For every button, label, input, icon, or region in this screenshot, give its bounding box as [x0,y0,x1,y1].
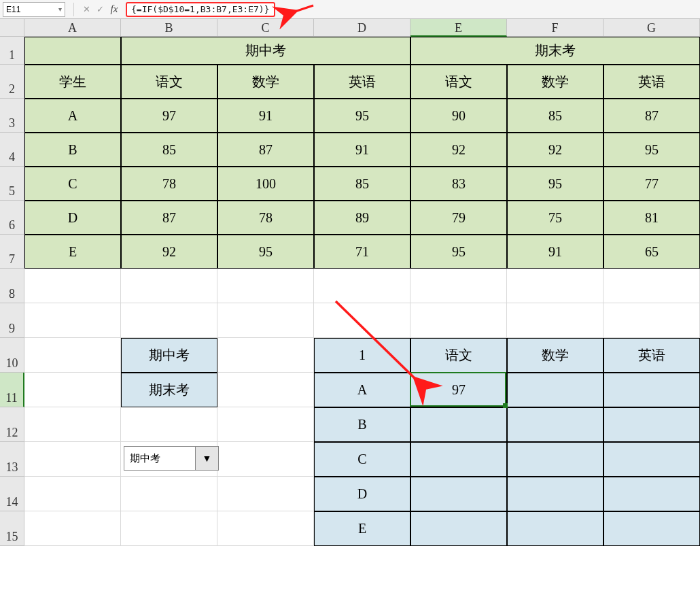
cell-E4[interactable]: 92 [410,133,507,167]
cell-D14[interactable]: D [314,477,410,511]
row-header-12[interactable]: 12 [0,407,24,442]
cell-D7[interactable]: 71 [314,235,410,269]
row-header-15[interactable]: 15 [0,511,24,546]
cell-G10[interactable]: 英语 [603,338,700,373]
cell-D15[interactable]: E [314,511,410,546]
cell-D12[interactable]: B [314,407,410,442]
cell-C13[interactable] [217,442,314,477]
cell-G4[interactable]: 95 [603,133,700,167]
cell-A3[interactable]: A [24,99,121,133]
cell-E7[interactable]: 95 [410,235,507,269]
cell-G1[interactable]: 期末考 [410,37,700,65]
row-header-14[interactable]: 14 [0,477,24,511]
cell-C7[interactable]: 95 [217,235,314,269]
cell-D6[interactable]: 89 [314,201,410,235]
cell-D1[interactable]: 期中考 [121,37,410,65]
row-header-8[interactable]: 8 [0,269,24,303]
cell-E2[interactable]: 语文 [410,65,507,99]
cell-D3[interactable]: 95 [314,99,410,133]
cell-B6[interactable]: 87 [121,201,217,235]
cell-F3[interactable]: 85 [507,99,603,133]
cell-B7[interactable]: 92 [121,235,217,269]
cell-D8[interactable] [314,269,410,303]
cell-A7[interactable]: E [24,235,121,269]
cell-E9[interactable] [410,303,507,338]
col-header-D[interactable]: D [314,19,410,37]
cell-D10[interactable]: 1 [314,338,410,373]
cell-A6[interactable]: D [24,201,121,235]
cell-C15[interactable] [217,511,314,546]
cell-D5[interactable]: 85 [314,167,410,201]
cell-A2[interactable]: 学生 [24,65,121,99]
cell-E5[interactable]: 83 [410,167,507,201]
cell-F8[interactable] [507,269,603,303]
cell-F14[interactable] [507,477,603,511]
cell-B11[interactable]: 期末考 [121,373,217,407]
col-header-E[interactable]: E [410,19,507,37]
cell-A13[interactable] [24,442,121,477]
row-header-1[interactable]: 1 [0,37,24,65]
col-header-F[interactable]: F [507,19,603,37]
row-header-2[interactable]: 2 [0,65,24,99]
cell-F10[interactable]: 数学 [507,338,603,373]
cell-E10[interactable]: 语文 [410,338,507,373]
cell-B2[interactable]: 语文 [121,65,217,99]
cell-D2[interactable]: 英语 [314,65,410,99]
cell-B3[interactable]: 97 [121,99,217,133]
cell-B12[interactable] [121,407,217,442]
cell-A1[interactable] [24,37,121,65]
col-header-A[interactable]: A [24,19,121,37]
col-header-B[interactable]: B [121,19,217,37]
cell-B9[interactable] [121,303,217,338]
cell-D13[interactable]: C [314,442,410,477]
cell-F12[interactable] [507,407,603,442]
cell-G7[interactable]: 65 [603,235,700,269]
row-header-4[interactable]: 4 [0,133,24,167]
cell-A10[interactable] [24,338,121,373]
cell-G11[interactable] [603,373,700,407]
name-box-dropdown-icon[interactable]: ▾ [58,5,62,13]
confirm-icon[interactable]: ✓ [93,4,107,14]
row-header-9[interactable]: 9 [0,303,24,338]
cell-C14[interactable] [217,477,314,511]
cell-C4[interactable]: 87 [217,133,314,167]
cell-C10[interactable] [217,338,314,373]
cell-B5[interactable]: 78 [121,167,217,201]
cell-D9[interactable] [314,303,410,338]
cell-F4[interactable]: 92 [507,133,603,167]
row-header-3[interactable]: 3 [0,99,24,133]
cell-F9[interactable] [507,303,603,338]
cell-G13[interactable] [603,442,700,477]
cell-G6[interactable]: 81 [603,201,700,235]
cell-F6[interactable]: 75 [507,201,603,235]
cell-B15[interactable] [121,511,217,546]
cell-B8[interactable] [121,269,217,303]
cell-F11[interactable] [507,373,603,407]
cell-C3[interactable]: 91 [217,99,314,133]
row-header-13[interactable]: 13 [0,442,24,477]
select-all-corner[interactable] [0,19,24,37]
cell-E13[interactable] [410,442,507,477]
cell-E14[interactable] [410,477,507,511]
cell-B10[interactable]: 期中考 [121,338,217,373]
dropdown-button[interactable]: ▼ [195,447,218,470]
cell-E6[interactable]: 79 [410,201,507,235]
cancel-icon[interactable]: ✕ [80,4,93,14]
cell-A8[interactable] [24,269,121,303]
cell-G15[interactable] [603,511,700,546]
col-header-C[interactable]: C [217,19,314,37]
cell-E15[interactable] [410,511,507,546]
exam-select-dropdown[interactable]: 期中考▼ [124,446,219,471]
cell-C9[interactable] [217,303,314,338]
cell-E12[interactable] [410,407,507,442]
cell-F15[interactable] [507,511,603,546]
cell-C5[interactable]: 100 [217,167,314,201]
cell-F5[interactable]: 95 [507,167,603,201]
cell-E8[interactable] [410,269,507,303]
cell-F13[interactable] [507,442,603,477]
row-header-10[interactable]: 10 [0,338,24,373]
cell-E3[interactable]: 90 [410,99,507,133]
col-header-G[interactable]: G [603,19,700,37]
row-header-5[interactable]: 5 [0,167,24,201]
cell-C11[interactable] [217,373,314,407]
